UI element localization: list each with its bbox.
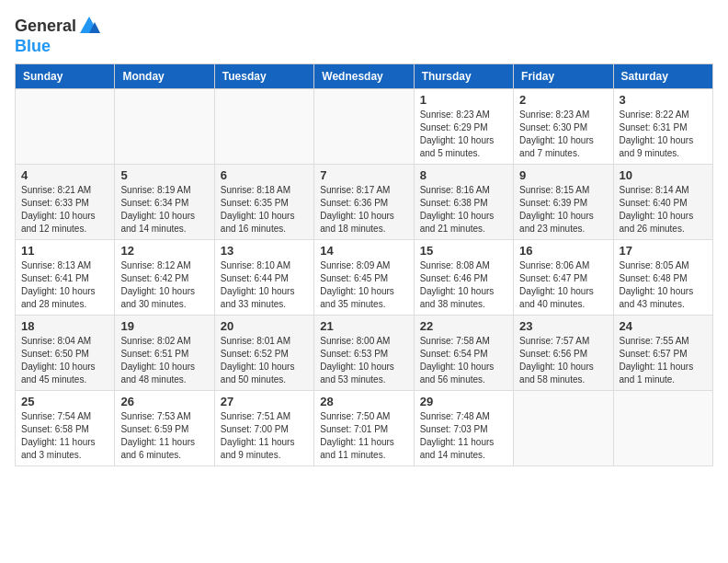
day-number: 6 (221, 168, 308, 182)
calendar-cell (613, 391, 712, 466)
day-number: 25 (21, 395, 108, 408)
calendar-header-tuesday: Tuesday (214, 64, 313, 89)
day-info: Sunrise: 8:15 AM Sunset: 6:39 PM Dayligh… (519, 184, 607, 236)
day-info: Sunrise: 8:14 AM Sunset: 6:40 PM Dayligh… (620, 184, 707, 236)
day-number: 11 (21, 244, 108, 258)
calendar-cell: 12Sunrise: 8:12 AM Sunset: 6:42 PM Dayli… (115, 240, 214, 316)
calendar-cell: 2Sunrise: 8:23 AM Sunset: 6:30 PM Daylig… (514, 89, 613, 165)
day-number: 29 (420, 395, 507, 408)
day-info: Sunrise: 8:17 AM Sunset: 6:36 PM Dayligh… (320, 184, 407, 236)
day-info: Sunrise: 8:10 AM Sunset: 6:44 PM Dayligh… (221, 259, 308, 311)
calendar-header-sunday: Sunday (16, 64, 115, 89)
calendar-cell: 3Sunrise: 8:22 AM Sunset: 6:31 PM Daylig… (613, 89, 712, 165)
day-info: Sunrise: 7:48 AM Sunset: 7:03 PM Dayligh… (420, 410, 507, 462)
day-number: 13 (221, 244, 308, 258)
calendar-cell: 13Sunrise: 8:10 AM Sunset: 6:44 PM Dayli… (214, 240, 313, 316)
calendar-cell: 20Sunrise: 8:01 AM Sunset: 6:52 PM Dayli… (214, 316, 313, 391)
calendar-cell: 9Sunrise: 8:15 AM Sunset: 6:39 PM Daylig… (514, 165, 613, 240)
day-number: 9 (519, 168, 607, 182)
calendar-cell: 23Sunrise: 7:57 AM Sunset: 6:56 PM Dayli… (514, 316, 613, 391)
day-number: 24 (620, 319, 707, 333)
day-number: 18 (21, 319, 108, 333)
calendar-cell: 11Sunrise: 8:13 AM Sunset: 6:41 PM Dayli… (16, 240, 115, 316)
day-number: 12 (120, 244, 208, 258)
day-info: Sunrise: 8:22 AM Sunset: 6:31 PM Dayligh… (620, 109, 707, 160)
calendar-cell: 24Sunrise: 7:55 AM Sunset: 6:57 PM Dayli… (613, 316, 712, 391)
day-number: 10 (620, 168, 707, 182)
day-number: 8 (420, 168, 507, 182)
day-number: 28 (320, 395, 407, 408)
day-number: 26 (120, 395, 208, 408)
calendar-cell: 5Sunrise: 8:19 AM Sunset: 6:34 PM Daylig… (115, 165, 214, 240)
day-number: 16 (519, 244, 607, 258)
day-info: Sunrise: 8:13 AM Sunset: 6:41 PM Dayligh… (21, 259, 108, 311)
calendar-cell: 14Sunrise: 8:09 AM Sunset: 6:45 PM Dayli… (314, 240, 414, 316)
calendar-week-row: 1Sunrise: 8:23 AM Sunset: 6:29 PM Daylig… (16, 89, 713, 165)
calendar-week-row: 18Sunrise: 8:04 AM Sunset: 6:50 PM Dayli… (16, 316, 713, 391)
calendar-week-row: 11Sunrise: 8:13 AM Sunset: 6:41 PM Dayli… (16, 240, 713, 316)
day-number: 17 (620, 244, 707, 258)
calendar-header-saturday: Saturday (613, 64, 712, 89)
day-info: Sunrise: 8:21 AM Sunset: 6:33 PM Dayligh… (21, 184, 108, 236)
day-info: Sunrise: 8:18 AM Sunset: 6:35 PM Dayligh… (221, 184, 308, 236)
day-number: 27 (221, 395, 308, 408)
day-number: 3 (620, 93, 707, 107)
day-number: 7 (320, 168, 407, 182)
day-info: Sunrise: 7:51 AM Sunset: 7:00 PM Dayligh… (221, 410, 308, 462)
calendar-cell: 10Sunrise: 8:14 AM Sunset: 6:40 PM Dayli… (613, 165, 712, 240)
day-info: Sunrise: 8:08 AM Sunset: 6:46 PM Dayligh… (420, 259, 507, 311)
day-info: Sunrise: 8:04 AM Sunset: 6:50 PM Dayligh… (21, 335, 108, 386)
calendar-week-row: 4Sunrise: 8:21 AM Sunset: 6:33 PM Daylig… (16, 165, 713, 240)
day-info: Sunrise: 8:09 AM Sunset: 6:45 PM Dayligh… (320, 259, 407, 311)
calendar-cell (514, 391, 613, 466)
day-number: 23 (519, 319, 607, 333)
page-header: General Blue (15, 15, 713, 56)
day-number: 5 (120, 168, 208, 182)
calendar-cell: 27Sunrise: 7:51 AM Sunset: 7:00 PM Dayli… (214, 391, 313, 466)
calendar-cell: 1Sunrise: 8:23 AM Sunset: 6:29 PM Daylig… (414, 89, 513, 165)
calendar-cell: 4Sunrise: 8:21 AM Sunset: 6:33 PM Daylig… (16, 165, 115, 240)
day-number: 20 (221, 319, 308, 333)
day-number: 21 (320, 319, 407, 333)
calendar-cell (314, 89, 414, 165)
calendar-cell: 29Sunrise: 7:48 AM Sunset: 7:03 PM Dayli… (414, 391, 513, 466)
calendar-cell (214, 89, 313, 165)
calendar-cell: 18Sunrise: 8:04 AM Sunset: 6:50 PM Dayli… (16, 316, 115, 391)
calendar-header-row: SundayMondayTuesdayWednesdayThursdayFrid… (16, 64, 713, 89)
day-info: Sunrise: 8:16 AM Sunset: 6:38 PM Dayligh… (420, 184, 507, 236)
day-number: 14 (320, 244, 407, 258)
day-info: Sunrise: 8:05 AM Sunset: 6:48 PM Dayligh… (620, 259, 707, 311)
calendar-cell: 19Sunrise: 8:02 AM Sunset: 6:51 PM Dayli… (115, 316, 214, 391)
day-info: Sunrise: 8:23 AM Sunset: 6:30 PM Dayligh… (519, 109, 607, 160)
calendar-cell (16, 89, 115, 165)
calendar-cell (115, 89, 214, 165)
day-info: Sunrise: 8:00 AM Sunset: 6:53 PM Dayligh… (320, 335, 407, 386)
logo-icon (78, 15, 100, 37)
day-number: 22 (420, 319, 507, 333)
calendar-cell: 6Sunrise: 8:18 AM Sunset: 6:35 PM Daylig… (214, 165, 313, 240)
calendar-header-monday: Monday (115, 64, 214, 89)
calendar-header-friday: Friday (514, 64, 613, 89)
calendar-cell: 28Sunrise: 7:50 AM Sunset: 7:01 PM Dayli… (314, 391, 414, 466)
day-info: Sunrise: 7:54 AM Sunset: 6:58 PM Dayligh… (21, 410, 108, 462)
day-number: 19 (120, 319, 208, 333)
logo-blue-text: Blue (15, 37, 51, 56)
calendar-cell: 25Sunrise: 7:54 AM Sunset: 6:58 PM Dayli… (16, 391, 115, 466)
day-number: 15 (420, 244, 507, 258)
calendar-cell: 16Sunrise: 8:06 AM Sunset: 6:47 PM Dayli… (514, 240, 613, 316)
calendar-cell: 7Sunrise: 8:17 AM Sunset: 6:36 PM Daylig… (314, 165, 414, 240)
logo: General Blue (15, 15, 102, 56)
calendar-week-row: 25Sunrise: 7:54 AM Sunset: 6:58 PM Dayli… (16, 391, 713, 466)
day-info: Sunrise: 8:06 AM Sunset: 6:47 PM Dayligh… (519, 259, 607, 311)
day-info: Sunrise: 7:53 AM Sunset: 6:59 PM Dayligh… (120, 410, 208, 462)
calendar-header-thursday: Thursday (414, 64, 513, 89)
day-info: Sunrise: 8:02 AM Sunset: 6:51 PM Dayligh… (120, 335, 208, 386)
logo-general-text: General (15, 17, 76, 36)
calendar-cell: 22Sunrise: 7:58 AM Sunset: 6:54 PM Dayli… (414, 316, 513, 391)
day-info: Sunrise: 8:19 AM Sunset: 6:34 PM Dayligh… (120, 184, 208, 236)
day-info: Sunrise: 8:12 AM Sunset: 6:42 PM Dayligh… (120, 259, 208, 311)
day-info: Sunrise: 8:23 AM Sunset: 6:29 PM Dayligh… (420, 109, 507, 160)
day-info: Sunrise: 7:55 AM Sunset: 6:57 PM Dayligh… (620, 335, 707, 386)
calendar-cell: 15Sunrise: 8:08 AM Sunset: 6:46 PM Dayli… (414, 240, 513, 316)
day-info: Sunrise: 7:58 AM Sunset: 6:54 PM Dayligh… (420, 335, 507, 386)
